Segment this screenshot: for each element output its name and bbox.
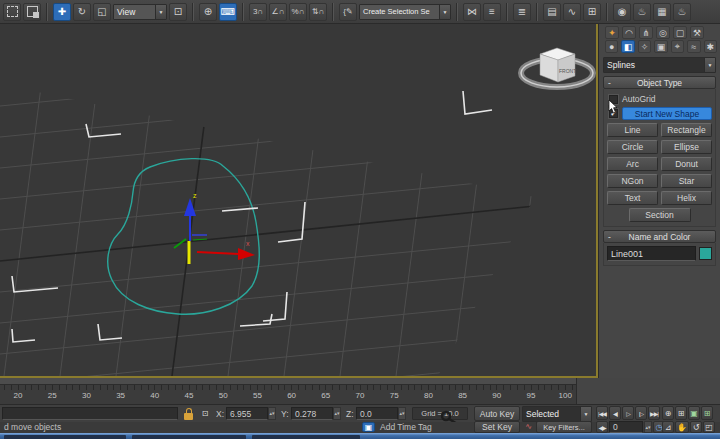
auto-key-button[interactable]: Auto Key <box>474 406 520 421</box>
collapse-icon[interactable]: - <box>608 231 611 243</box>
y-coordinate-field[interactable]: 0.278 <box>291 407 333 420</box>
tab-modify[interactable]: ◠ <box>622 26 636 39</box>
key-mode-toggle[interactable]: ◀▶ <box>596 421 608 433</box>
frame-spinner[interactable]: ▴▾ <box>644 421 652 433</box>
select-and-scale-button[interactable]: ◱ <box>93 3 111 21</box>
taskbar-button[interactable] <box>4 435 126 439</box>
rectangle-button[interactable]: Rectangle <box>661 123 712 137</box>
timeline-ruler[interactable]: 20253035404550556065707580859095100 <box>0 385 576 404</box>
perspective-viewport[interactable]: z x FRONT <box>0 24 598 378</box>
curve-editor-button[interactable]: ∿ <box>563 3 581 21</box>
line-button[interactable]: Line <box>607 123 658 137</box>
start-new-shape-button[interactable]: Start New Shape <box>622 107 712 120</box>
material-editor-button[interactable]: ◉ <box>613 3 631 21</box>
track-bar[interactable]: 20253035404550556065707580859095100 <box>0 378 576 404</box>
x-spinner[interactable]: ▴▾ <box>268 407 276 420</box>
gizmo-x-arrow[interactable] <box>238 248 255 260</box>
window-crossing-button[interactable] <box>23 3 41 21</box>
x-coordinate-field[interactable]: 6.955 <box>226 407 268 420</box>
schematic-view-button[interactable]: ⊞ <box>583 3 601 21</box>
circle-button[interactable]: Circle <box>607 140 658 154</box>
arc-button[interactable]: Arc <box>607 157 658 171</box>
chevron-down-icon[interactable]: ▼ <box>439 5 450 19</box>
time-slider-track[interactable] <box>0 378 576 385</box>
category-systems[interactable]: ✱ <box>704 40 717 53</box>
select-and-move-button[interactable]: ✚ <box>53 3 71 21</box>
render-setup-button[interactable]: ♨ <box>633 3 651 21</box>
text-button[interactable]: Text <box>607 191 658 205</box>
zoom-all-icon[interactable]: ⊞ <box>675 406 687 420</box>
star-button[interactable]: Star <box>661 174 712 188</box>
keyboard-shortcut-override-button[interactable]: ⌨ <box>219 3 237 21</box>
set-key-curve-icon[interactable]: ∿ <box>522 421 535 431</box>
percent-snap-button[interactable]: %∩ <box>289 3 307 21</box>
tab-hierarchy[interactable]: ⋔ <box>639 26 653 39</box>
taskbar-button[interactable] <box>252 435 360 439</box>
shape-category-dropdown[interactable]: Splines ▼ <box>603 57 716 73</box>
align-button[interactable]: ≡ <box>483 3 501 21</box>
use-pivot-point-center-button[interactable]: ⊡ <box>169 3 187 21</box>
z-spinner[interactable]: ▴▾ <box>398 407 406 420</box>
y-spinner[interactable]: ▴▾ <box>333 407 341 420</box>
collapse-icon[interactable]: - <box>608 77 611 89</box>
section-button[interactable]: Section <box>629 208 691 222</box>
name-color-header[interactable]: - Name and Color <box>603 230 716 243</box>
chevron-down-icon[interactable]: ▼ <box>155 5 166 19</box>
go-to-start-button[interactable]: |◀◀ <box>596 406 608 420</box>
chevron-down-icon[interactable]: ▼ <box>704 58 715 72</box>
category-helpers[interactable]: ⌖ <box>671 40 684 53</box>
ellipse-button[interactable]: Ellipse <box>661 140 712 154</box>
pan-hand-icon[interactable]: ✋ <box>675 421 689 433</box>
scene-explorer-button[interactable]: ▤ <box>543 3 561 21</box>
maximize-viewport-icon[interactable]: ◰ <box>703 421 715 433</box>
category-space-warps[interactable]: ≈ <box>687 40 700 53</box>
object-color-swatch[interactable] <box>699 247 712 260</box>
object-name-field[interactable]: Line001 <box>607 246 696 261</box>
rectangular-selection-region-button[interactable] <box>3 3 21 21</box>
chevron-down-icon[interactable]: ▼ <box>580 407 591 421</box>
donut-button[interactable]: Donut <box>661 157 712 171</box>
zoom-icon[interactable]: ⊕ <box>662 406 674 420</box>
key-filter-dropdown[interactable]: Selected ▼ <box>522 406 592 422</box>
category-cameras[interactable]: ▣ <box>654 40 667 53</box>
isolate-selection-icon[interactable]: ▣ <box>362 422 375 432</box>
move-gizmo[interactable]: z x <box>174 192 255 264</box>
orbit-icon[interactable]: ↺ <box>690 421 702 433</box>
select-and-manipulate-button[interactable]: ⊕ <box>199 3 217 21</box>
helix-button[interactable]: Helix <box>661 191 712 205</box>
category-lights[interactable]: ✧ <box>638 40 651 53</box>
layer-manager-button[interactable]: ≣ <box>513 3 531 21</box>
rendered-frame-window-button[interactable]: ▦ <box>653 3 671 21</box>
tab-display[interactable]: ▢ <box>673 26 687 39</box>
zoom-extents-icon[interactable]: ▣ <box>688 406 700 420</box>
previous-frame-button[interactable]: ◀| <box>609 406 621 420</box>
zoom-extents-all-icon[interactable]: ⊞ <box>701 406 713 420</box>
next-frame-button[interactable]: |▷ <box>635 406 647 420</box>
selection-lock-icon[interactable] <box>184 408 194 420</box>
play-button[interactable]: ▷ <box>622 406 634 420</box>
render-production-button[interactable]: ♨ <box>673 3 691 21</box>
spinner-snap-button[interactable]: ⇅∩ <box>309 3 327 21</box>
maxscript-mini-listener[interactable] <box>2 407 178 420</box>
viewcube[interactable]: FRONT <box>521 48 593 87</box>
tab-create[interactable]: ✦ <box>605 26 619 39</box>
category-shapes[interactable]: ◧ <box>621 40 634 53</box>
current-frame-field[interactable]: 0 <box>609 421 643 433</box>
object-type-header[interactable]: - Object Type <box>603 76 716 89</box>
set-key-button[interactable]: Set Key <box>474 421 520 433</box>
ngon-button[interactable]: NGon <box>607 174 658 188</box>
category-geometry[interactable]: ● <box>605 40 618 53</box>
angle-snap-button[interactable]: ∠∩ <box>269 3 287 21</box>
absolute-mode-icon[interactable]: ⊡ <box>198 408 212 418</box>
z-coordinate-field[interactable]: 0.0 <box>356 407 398 420</box>
tab-utilities[interactable]: ⚒ <box>690 26 704 39</box>
mirror-button[interactable]: ⋈ <box>463 3 481 21</box>
field-of-view-icon[interactable]: ⊿ <box>662 421 674 433</box>
tab-motion[interactable]: ◎ <box>656 26 670 39</box>
go-to-end-button[interactable]: ▶▶| <box>648 406 660 420</box>
add-time-tag[interactable]: Add Time Tag <box>380 422 432 432</box>
key-filters-button[interactable]: Key Filters... <box>536 421 592 433</box>
reference-coordinate-dropdown[interactable]: View ▼ <box>113 4 167 20</box>
select-and-rotate-button[interactable]: ↻ <box>73 3 91 21</box>
edit-named-selection-sets-button[interactable]: {✎ <box>339 3 357 21</box>
